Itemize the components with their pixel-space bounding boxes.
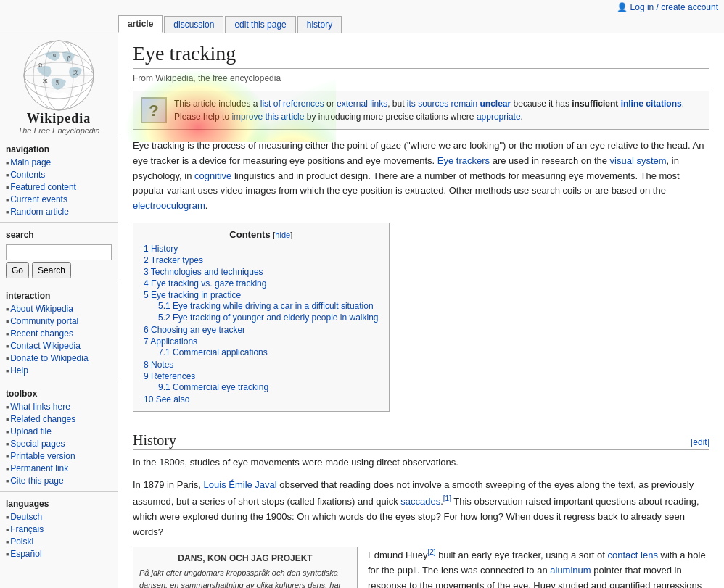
svg-text:文: 文 — [73, 70, 78, 75]
intro-link-cognitive[interactable]: cognitive — [194, 170, 231, 181]
notice-link-improve[interactable]: improve this article — [231, 112, 304, 122]
toc-sub-5: 5.1 Eye tracking while driving a car in … — [144, 300, 379, 323]
notice-link-inline[interactable]: inline citations — [621, 99, 682, 109]
sidebar-about[interactable]: About Wikipedia — [10, 304, 73, 314]
interaction-title: interaction — [0, 288, 118, 302]
wikipedia-globe: Ω α β 文 界 Ж — [22, 39, 95, 112]
toolbox-special[interactable]: Special pages — [10, 439, 65, 449]
toolbox-permanent[interactable]: Permanent link — [10, 463, 68, 473]
toc-8[interactable]: 8 Notes — [144, 360, 173, 370]
page-title: Eye tracking — [133, 42, 709, 69]
book-title: DANS, KON OCH JAG PROJEKT — [139, 552, 351, 565]
tab-edit[interactable]: edit this page — [225, 16, 295, 33]
lang-deutsch[interactable]: Deutsch — [10, 512, 42, 522]
search-input[interactable] — [6, 244, 112, 260]
sidebar-contact[interactable]: Contact Wikipedia — [10, 341, 81, 351]
toc-3[interactable]: 3 Technologies and techniques — [144, 267, 263, 277]
javal-link[interactable]: Louis Émile Javal — [204, 479, 277, 490]
toc-sub-9: 9.1 Commercial eye tracking — [144, 381, 379, 393]
toc-hide-label: [hide] — [273, 231, 292, 239]
toc-10[interactable]: 10 See also — [144, 394, 189, 405]
toc-title: Contents [hide] — [144, 229, 379, 240]
notice-link-appropriate[interactable]: appropriate — [477, 112, 521, 122]
notice-link-refs[interactable]: list of references — [260, 99, 324, 109]
svg-text:β: β — [67, 55, 70, 61]
toolbox-section: toolbox What links here Related changes … — [0, 383, 118, 489]
search-input-row — [6, 244, 112, 260]
languages-list: Deutsch Français Polski Español — [0, 510, 118, 560]
top-bar: 👤 Log in / create account — [0, 0, 724, 15]
toolbox-cite[interactable]: Cite this page — [10, 476, 63, 486]
lang-espanol[interactable]: Español — [10, 549, 41, 559]
svg-text:界: 界 — [55, 80, 60, 85]
sidebar-donate[interactable]: Donate to Wikipedia — [10, 353, 88, 363]
search-go-button[interactable]: Go — [6, 262, 29, 278]
toc-9[interactable]: 9 References — [144, 371, 195, 381]
toc-7-1[interactable]: 7.1 Commercial applications — [158, 347, 268, 357]
svg-text:Ж: Ж — [43, 78, 48, 83]
toc-hide-link[interactable]: hide — [275, 231, 290, 239]
nav-featured[interactable]: Featured content — [10, 182, 76, 192]
toc-box: Contents [hide] 1 History 2 Tracker type… — [133, 223, 390, 412]
intro-link-electrooculogram[interactable]: electrooculogram — [133, 200, 205, 211]
toc-5[interactable]: 5 Eye tracking in practice — [144, 290, 241, 300]
ref-1[interactable]: [1] — [443, 494, 451, 502]
interaction-list: About Wikipedia Community portal Recent … — [0, 302, 118, 376]
logo-subtitle: The Free Encyclopedia — [3, 126, 115, 135]
svg-text:α: α — [53, 52, 56, 57]
toc-9-1[interactable]: 9.1 Commercial eye tracking — [158, 382, 268, 392]
history-para2: In 1879 in Paris, Louis Émile Javal obse… — [133, 478, 709, 540]
search-button[interactable]: Search — [32, 262, 71, 278]
notice-text: This article includes a list of referenc… — [174, 97, 702, 123]
notice-link-ext[interactable]: external links — [337, 99, 387, 109]
nav-current-events[interactable]: Current events — [10, 194, 67, 204]
tab-discussion[interactable]: discussion — [164, 16, 223, 33]
user-icon: 👤 — [617, 2, 628, 12]
aluminum-link[interactable]: aluminum — [550, 565, 591, 576]
toolbox-title: toolbox — [0, 386, 118, 400]
from-line: From Wikipedia, the free encyclopedia — [133, 73, 709, 83]
nav-contents[interactable]: Contents — [10, 170, 45, 180]
tab-history[interactable]: history — [297, 16, 342, 33]
toolbox-what-links[interactable]: What links here — [10, 402, 70, 412]
lang-polski[interactable]: Polski — [10, 537, 33, 547]
sidebar-community[interactable]: Community portal — [10, 316, 78, 326]
notice-link-sources[interactable]: its sources remain unclear — [407, 99, 511, 109]
sidebar: Ω α β 文 界 Ж Wikipedia The Free Encyclope… — [0, 33, 118, 588]
svg-text:Ω: Ω — [38, 62, 42, 67]
toc-1[interactable]: 1 History — [144, 244, 178, 254]
languages-title: languages — [0, 496, 118, 510]
nav-main-page[interactable]: Main page — [10, 157, 51, 167]
toc-list: 1 History 2 Tracker types 3 Technologies… — [144, 243, 379, 405]
toolbox-upload[interactable]: Upload file — [10, 426, 52, 436]
history-edit-link[interactable]: [edit] — [691, 437, 709, 447]
toc-5-1[interactable]: 5.1 Eye tracking while driving a car in … — [158, 301, 374, 311]
sidebar-recent[interactable]: Recent changes — [10, 328, 73, 339]
languages-section: languages Deutsch Français Polski Españo… — [0, 493, 118, 563]
intro-link-visual[interactable]: visual system — [610, 155, 667, 166]
sidebar-help[interactable]: Help — [10, 365, 28, 376]
toc-4[interactable]: 4 Eye tracking vs. gaze tracking — [144, 278, 266, 289]
login-link[interactable]: Log in / create account — [630, 2, 718, 12]
tab-article[interactable]: article — [118, 15, 163, 33]
lang-francais[interactable]: Français — [10, 524, 44, 534]
nav-random[interactable]: Random article — [10, 207, 69, 217]
toc-2[interactable]: 2 Tracker types — [144, 255, 203, 265]
nav-list: Main page Contents Featured content Curr… — [0, 156, 118, 218]
toc-5-2[interactable]: 5.2 Eye tracking of younger and elderly … — [158, 312, 379, 323]
notice-box: ? This article includes a list of refere… — [133, 91, 709, 130]
bottom-section: DANS, KON OCH JAG PROJEKT På jakt efter … — [133, 547, 709, 588]
toc-6[interactable]: 6 Choosing an eye tracker — [144, 325, 245, 335]
intro-link-trackers[interactable]: Eye trackers — [437, 155, 490, 166]
interaction-section: interaction About Wikipedia Community po… — [0, 285, 118, 379]
contact-lens-link[interactable]: contact lens — [608, 550, 658, 561]
nav-title: navigation — [0, 141, 118, 156]
saccades-link[interactable]: saccades — [400, 496, 440, 507]
intro-paragraph: Eye tracking is the process of measuring… — [133, 138, 709, 214]
ref-2[interactable]: [2] — [427, 548, 435, 556]
search-section: search Go Search — [0, 224, 118, 281]
toc-sub-7: 7.1 Commercial applications — [144, 347, 379, 358]
toc-7[interactable]: 7 Applications — [144, 336, 197, 347]
toolbox-printable[interactable]: Printable version — [10, 451, 75, 461]
toolbox-related-changes[interactable]: Related changes — [10, 414, 75, 424]
